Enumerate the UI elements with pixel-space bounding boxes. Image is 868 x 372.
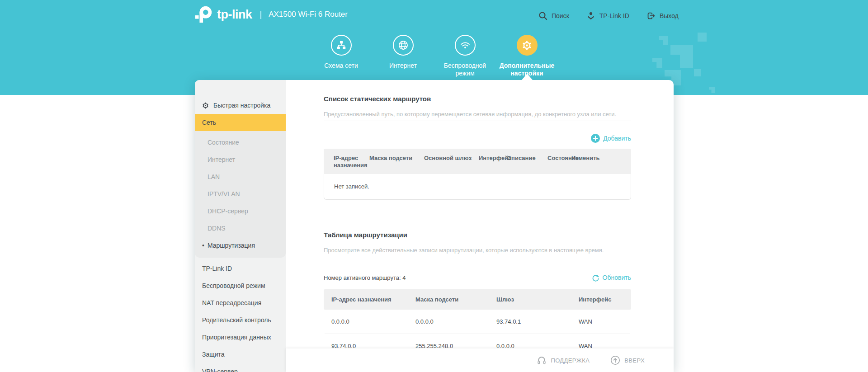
subitem-label: DDNS: [208, 225, 226, 232]
sidebar-network-submenu: Состояние Интернет LAN IPTV/VLAN DHCP-се…: [195, 131, 286, 258]
cell-gateway: 93.74.0.1: [496, 318, 579, 325]
tplink-id-label: TP-Link ID: [599, 12, 629, 19]
sidebar-item-security[interactable]: Защита: [195, 346, 286, 363]
tab-network-map[interactable]: Схема сети: [310, 35, 372, 77]
globe-icon: [393, 35, 414, 56]
brand-block: tp-link | AX1500 Wi-Fi 6 Router: [194, 5, 348, 24]
tab-internet[interactable]: Интернет: [372, 35, 434, 77]
tab-label: Интернет: [389, 62, 417, 70]
table-row: 0.0.0.0 0.0.0.0 93.74.0.1 WAN: [324, 310, 631, 334]
sidebar-subitem-iptv-vlan[interactable]: IPTV/VLAN: [195, 185, 286, 202]
content-area: Список статических маршрутов Предустанов…: [286, 80, 674, 372]
column-header: Основной шлюз: [424, 155, 479, 169]
arrow-up-circle-icon: [610, 355, 620, 365]
decoration-square: [670, 45, 693, 68]
subitem-label: Состояние: [208, 139, 239, 146]
network-map-icon: [331, 35, 352, 56]
decoration-square: [709, 87, 715, 93]
sidebar-subitem-internet[interactable]: Интернет: [195, 151, 286, 168]
decoration-square: [652, 58, 662, 68]
active-tab-pointer: [522, 74, 533, 80]
sidebar-item-network[interactable]: Сеть: [195, 114, 286, 131]
tplink-logo-icon: [194, 5, 213, 24]
header-actions: Поиск TP-Link ID Выход: [538, 11, 679, 21]
routing-table-title: Таблица маршрутизации: [324, 231, 631, 239]
decoration-square: [698, 33, 707, 42]
brand-name: tp-link: [217, 8, 252, 22]
sidebar-item-parental-control[interactable]: Родительский контроль: [195, 311, 286, 329]
sidebar-item-nat-forwarding[interactable]: NAT переадресация: [195, 294, 286, 311]
sidebar-item-wireless[interactable]: Беспроводной режим: [195, 277, 286, 294]
logout-label: Выход: [660, 12, 679, 19]
column-header: Интерфейс: [479, 155, 507, 169]
sidebar-item-label: VPN-сервер: [202, 368, 238, 372]
sidebar-item-label: Защита: [202, 351, 225, 358]
column-header: Шлюз: [496, 296, 579, 303]
sidebar-subitem-status[interactable]: Состояние: [195, 134, 286, 151]
search-label: Поиск: [552, 12, 569, 19]
device-title: AX1500 Wi-Fi 6 Router: [269, 10, 348, 19]
support-label: ПОДДЕРЖКА: [551, 357, 590, 364]
subitem-label: IPTV/VLAN: [208, 190, 240, 198]
sidebar-subitem-dhcp-server[interactable]: DHCP-сервер: [195, 202, 286, 220]
add-route-button[interactable]: Добавить: [591, 134, 631, 143]
support-button[interactable]: ПОДДЕРЖКА: [537, 355, 590, 365]
sidebar-item-label: Приоритезация данных: [202, 334, 271, 341]
main-nav: Схема сети Интернет Беспроводной режим: [310, 35, 558, 77]
search-button[interactable]: Поиск: [538, 11, 569, 21]
cell-subnet-mask: 0.0.0.0: [415, 318, 496, 325]
column-header: IP-адрес назначения: [324, 155, 369, 169]
logout-button[interactable]: Выход: [646, 11, 679, 21]
column-header: Описание: [507, 155, 547, 169]
wifi-icon: [455, 35, 476, 56]
tplink-id-button[interactable]: TP-Link ID: [586, 11, 629, 21]
sidebar-item-label: Родительский контроль: [202, 316, 271, 324]
headset-icon: [537, 355, 547, 365]
tab-label: Схема сети: [324, 62, 358, 70]
routing-table-description: Просмотрите все действительные записи ма…: [324, 246, 631, 255]
tab-label: Беспроводной режим: [434, 62, 496, 77]
sidebar-subitem-routing[interactable]: Маршрутизация: [195, 237, 286, 254]
routing-table: IP-адрес назначения Маска подсети Шлюз И…: [324, 289, 631, 358]
network-label: Сеть: [202, 119, 216, 126]
sidebar: Быстрая настройка Сеть Состояние Интерне…: [195, 80, 286, 372]
subitem-label: Интернет: [208, 156, 235, 163]
divider: [324, 121, 631, 121]
active-route-count: Номер активного маршрута: 4: [324, 274, 406, 281]
decoration-square: [694, 69, 701, 76]
plus-circle-icon: [591, 134, 600, 143]
sidebar-item-quick-setup[interactable]: Быстрая настройка: [195, 97, 286, 114]
column-header: Состояние: [547, 155, 571, 169]
refresh-button[interactable]: Обновить: [591, 273, 631, 282]
search-icon: [538, 11, 548, 21]
sidebar-item-qos[interactable]: Приоритезация данных: [195, 329, 286, 346]
scroll-top-button[interactable]: ВВЕРХ: [610, 355, 645, 365]
subitem-label: LAN: [208, 173, 220, 180]
column-header: Маска подсети: [415, 296, 496, 303]
gear-small-icon: [202, 102, 209, 109]
divider: [324, 257, 631, 257]
empty-text: Нет записей.: [334, 183, 369, 190]
sidebar-item-tplink-id[interactable]: TP-Link ID: [195, 260, 286, 277]
logout-icon: [646, 11, 656, 21]
quick-setup-label: Быстрая настройка: [213, 102, 270, 109]
column-header: Маска подсети: [369, 155, 424, 169]
sidebar-item-vpn-server[interactable]: VPN-сервер: [195, 363, 286, 372]
subitem-label: DHCP-сервер: [208, 207, 248, 215]
column-header: Изменить: [571, 155, 631, 169]
sidebar-subitem-ddns[interactable]: DDNS: [195, 220, 286, 237]
add-row: Добавить: [324, 134, 631, 143]
tab-advanced-settings[interactable]: Дополнительные настройки: [496, 35, 558, 77]
column-header: IP-адрес назначения: [331, 296, 415, 303]
tab-wireless[interactable]: Беспроводной режим: [434, 35, 496, 77]
routing-table-header: IP-адрес назначения Маска подсети Шлюз И…: [324, 289, 631, 310]
refresh-icon: [591, 273, 599, 282]
scroll-top-label: ВВЕРХ: [624, 357, 645, 364]
active-route-row: Номер активного маршрута: 4 Обновить: [324, 273, 631, 282]
add-route-label: Добавить: [603, 135, 631, 142]
refresh-label: Обновить: [603, 274, 631, 281]
static-routes-empty-row: Нет записей.: [324, 174, 631, 200]
sidebar-item-label: TP-Link ID: [202, 265, 232, 272]
sidebar-main-items: TP-Link ID Беспроводной режим NAT переад…: [195, 260, 286, 372]
sidebar-subitem-lan[interactable]: LAN: [195, 168, 286, 185]
